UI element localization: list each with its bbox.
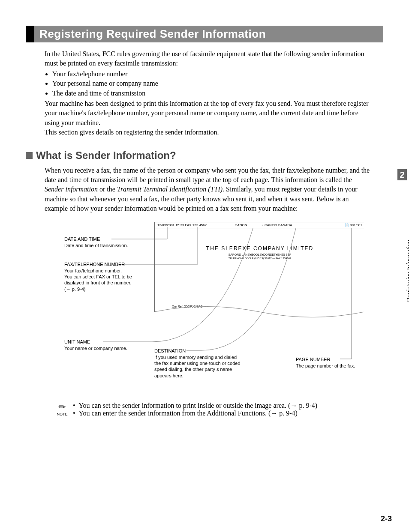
fax-ref: Our Ref. 350/PJC/EAC [172,305,203,308]
fax-header-page: 001/001 [350,223,362,227]
sub-intro-mid: or the [98,185,117,193]
fax-address: SAPORS LANE¥BOOLE¥DORSET¥BH25 8EF [155,253,365,256]
heading-black-bar [26,26,34,42]
side-chapter-label: Registering Information [406,240,409,302]
callout-unit-name: UNIT NAME Your name or company name. [64,339,146,351]
subheading-row: What is Sender Information? [26,149,383,161]
sub-intro-block: When you receive a fax, the name of the … [45,166,370,214]
callout-destination-desc: If you used memory sending and dialed th… [154,354,244,379]
note-item-2: You can enter the sender information fro… [79,409,298,417]
fax-phone: TELEPHONE BOOLE (015 13) 51617 — FAX 123… [155,257,365,260]
callout-fax-tel-label: FAX/TELEPHONE NUMBER [64,261,146,267]
page-number-footer: 2-3 [381,514,392,523]
intro-bullet-2: Your personal name or company name [52,79,370,88]
subheading: What is Sender Information? [36,149,176,161]
tti-term: Transmit Terminal Identification (TTI) [117,185,223,193]
callout-fax-tel: FAX/TELEPHONE NUMBER Your fax/telephone … [64,261,146,292]
fax-company: THE SLEREXE COMPANY LIMITED [155,245,365,251]
fax-header-row: 12/03/2001 15:33 FAX 123 4567 CANON → CA… [155,222,365,228]
sender-info-diagram: 12/03/2001 15:33 FAX 123 4567 CANON → CA… [69,222,377,393]
intro-p1: In the United States, FCC rules governin… [45,49,370,69]
callout-date-time-desc: Date and time of transmission. [64,242,146,248]
callout-page-number-label: PAGE NUMBER [296,356,364,362]
main-heading: Registering Required Sender Information [34,26,383,42]
callout-unit-name-label: UNIT NAME [64,339,146,345]
note-icon-column: ✎ NOTE [51,402,73,416]
side-chapter-number: 2 [397,169,407,180]
intro-bullet-1: Your fax/telephone number [52,69,370,79]
note-item-1: You can set the sender information to pr… [79,402,317,409]
intro-p2: Your machine has been designed to print … [45,99,370,128]
callout-date-time: DATE AND TIME Date and time of transmiss… [64,236,146,248]
callout-destination: DESTINATION If you used memory sending a… [154,348,244,378]
fax-header-datetime: 12/03/2001 15:33 FAX 123 4567 [157,223,222,227]
fax-sample-page: 12/03/2001 15:33 FAX 123 4567 CANON → CA… [154,222,365,312]
main-heading-bar: Registering Required Sender Information [26,26,383,42]
sub-intro-pre: When you receive a fax, the name of the … [45,167,370,183]
sender-info-term: Sender information [45,185,98,193]
fax-header-arrow-icon: → [260,223,265,227]
page-icon: 📄 [345,223,349,227]
callout-destination-label: DESTINATION [154,348,244,354]
subheading-square-icon [26,152,33,159]
intro-p3: This section gives details on registerin… [45,128,370,137]
intro-bullet-3: The date and time of transmission [52,89,370,98]
callout-fax-tel-desc: Your fax/telephone number. You can selec… [64,268,146,292]
note-list: •You can set the sender information to p… [73,402,317,417]
callout-page-number: PAGE NUMBER The page number of the fax. [296,356,364,369]
callout-page-number-desc: The page number of the fax. [296,363,364,369]
fax-header-dest: CANON CANADA [265,223,316,227]
note-section: ✎ NOTE •You can set the sender informati… [51,402,383,417]
fax-header-unit: CANON [222,223,260,227]
callout-unit-name-desc: Your name or company name. [64,345,146,351]
callout-date-time-label: DATE AND TIME [64,236,146,242]
fax-body: THE SLEREXE COMPANY LIMITED SAPORS LANE¥… [155,228,365,260]
intro-block: In the United States, FCC rules governin… [45,49,370,137]
